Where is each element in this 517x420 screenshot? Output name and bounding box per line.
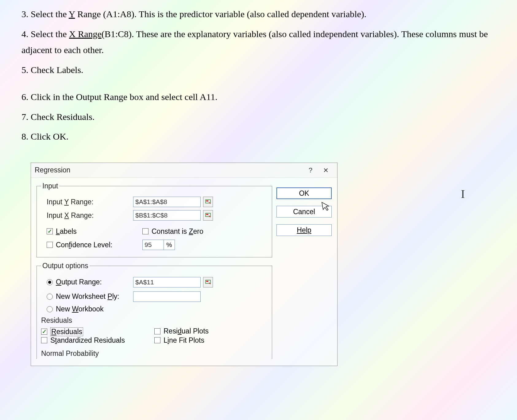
help-button[interactable]: Help — [276, 224, 332, 236]
input-fieldset: Input Input Y Range: Input X Range: — [37, 182, 272, 257]
labels-checkbox-label: Labels — [56, 227, 77, 236]
confidence-label: Confidence Level: — [56, 241, 112, 249]
residuals-label: Residuals — [50, 327, 83, 336]
residuals-checkbox-item[interactable]: ✓ Residuals — [41, 327, 83, 336]
instruction-step-6: 6. Click in the Output Range box and sel… — [21, 89, 496, 105]
new-worksheet-radio-item[interactable]: New Worksheet Ply: — [41, 292, 133, 301]
collapse-dialog-icon[interactable] — [203, 277, 213, 287]
new-worksheet-field[interactable] — [133, 291, 201, 302]
confidence-checkbox[interactable] — [47, 242, 53, 248]
constant-zero-label: Constant is Zero — [152, 227, 203, 236]
output-options-fieldset: Output options Output Range: New Workshe… — [37, 262, 272, 359]
input-x-range-label: Input X Range: — [41, 211, 133, 220]
residual-plots-checkbox[interactable] — [154, 328, 160, 334]
residual-plots-checkbox-item[interactable]: Residual Plots — [154, 327, 209, 335]
instructions-block: 3. Select the Y Range (A1:A8). This is t… — [0, 0, 517, 158]
radio-dot-icon — [48, 281, 51, 284]
new-workbook-radio-item[interactable]: New Workbook — [41, 305, 268, 313]
line-fit-plots-checkbox-item[interactable]: Line Fit Plots — [154, 336, 204, 345]
residuals-checkbox[interactable]: ✓ — [41, 329, 47, 335]
output-range-field[interactable] — [133, 277, 201, 287]
new-worksheet-radio[interactable] — [47, 294, 53, 300]
output-legend: Output options — [41, 262, 90, 270]
y-underline: Y — [69, 9, 75, 19]
normal-probability-header: Normal Probability — [41, 349, 268, 358]
instruction-step-5: 5. Check Labels. — [21, 62, 496, 78]
ok-button[interactable]: OK — [276, 187, 332, 199]
line-fit-plots-label: Line Fit Plots — [164, 336, 204, 345]
constant-zero-checkbox[interactable] — [142, 228, 149, 234]
standardized-residuals-label: Standardized Residuals — [50, 336, 125, 345]
svg-rect-5 — [206, 281, 208, 282]
constant-zero-checkbox-item[interactable]: Constant is Zero — [142, 227, 203, 236]
line-fit-plots-checkbox[interactable] — [154, 337, 160, 343]
instruction-step-4: 4. Select the X Range(B1:C8). These are … — [21, 26, 496, 58]
labels-checkbox-item[interactable]: ✓ Labels — [41, 227, 133, 236]
instruction-step-7: 7. Check Residuals. — [21, 109, 496, 125]
new-workbook-radio[interactable] — [47, 306, 53, 312]
text: Range (A1:A8). This is the predictor var… — [75, 9, 366, 19]
residuals-group: ✓ Residuals Standardized Residuals Resid… — [41, 326, 268, 345]
output-range-row: Output Range: — [41, 276, 268, 288]
new-worksheet-label: New Worksheet Ply: — [56, 292, 119, 301]
standardized-residuals-checkbox[interactable] — [41, 337, 47, 343]
dialog-body: Input Input Y Range: Input X Range: — [31, 178, 337, 366]
input-x-range-field[interactable] — [133, 210, 201, 221]
output-range-label: Output Range: — [56, 278, 102, 286]
labels-constzero-row: ✓ Labels Constant is Zero — [41, 226, 268, 237]
dialog-title: Regression — [35, 166, 303, 174]
input-legend: Input — [41, 182, 59, 190]
close-icon[interactable]: × — [318, 164, 334, 176]
text-cursor-icon: I — [461, 187, 465, 201]
titlebar: Regression ? × — [31, 163, 337, 178]
x-range-underline: X Range — [69, 29, 102, 39]
text: 4. Select the — [21, 29, 69, 39]
dialog-left-column: Input Input Y Range: Input X Range: — [37, 182, 276, 363]
residual-plots-label: Residual Plots — [164, 327, 209, 335]
input-y-range-row: Input Y Range: — [41, 196, 268, 207]
regression-dialog: Regression ? × Input Input Y Range: — [31, 163, 338, 366]
checkmark-icon: ✓ — [48, 229, 52, 234]
text: 3. Select the — [21, 9, 69, 19]
instruction-step-3: 3. Select the Y Range (A1:A8). This is t… — [21, 6, 496, 22]
svg-rect-3 — [206, 214, 208, 215]
confidence-level-row: Confidence Level: % — [41, 239, 268, 250]
collapse-dialog-icon[interactable] — [203, 210, 213, 221]
input-y-range-field[interactable] — [133, 197, 201, 207]
new-worksheet-row: New Worksheet Ply: — [41, 291, 268, 302]
collapse-dialog-icon[interactable] — [203, 197, 213, 207]
labels-checkbox[interactable]: ✓ — [47, 228, 53, 234]
new-workbook-label: New Workbook — [56, 305, 104, 313]
confidence-checkbox-item[interactable]: Confidence Level: — [41, 241, 133, 249]
standardized-residuals-checkbox-item[interactable]: Standardized Residuals — [41, 336, 125, 345]
svg-rect-1 — [206, 200, 208, 202]
input-x-range-row: Input X Range: — [41, 210, 268, 221]
checkmark-icon: ✓ — [42, 329, 47, 334]
help-icon[interactable]: ? — [303, 164, 318, 176]
percent-label: % — [164, 240, 175, 250]
output-range-radio[interactable] — [47, 279, 53, 285]
spacer — [21, 82, 496, 85]
instruction-step-8: 8. Click OK. — [21, 129, 496, 145]
input-y-range-label: Input Y Range: — [41, 198, 133, 206]
residuals-header: Residuals — [41, 316, 268, 325]
output-range-radio-item[interactable]: Output Range: — [41, 278, 133, 286]
confidence-level-field[interactable] — [142, 240, 164, 250]
